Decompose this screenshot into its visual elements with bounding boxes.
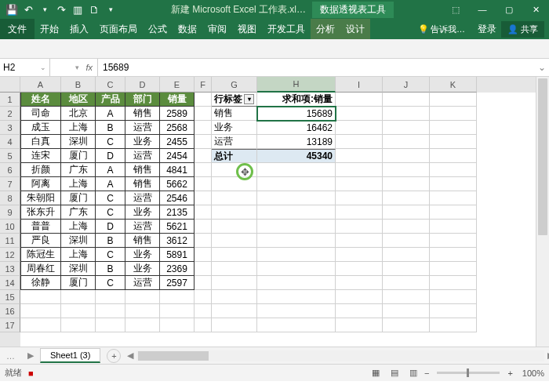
cell[interactable] [336, 93, 383, 107]
cell[interactable] [336, 149, 383, 163]
col-header-A[interactable]: A [20, 77, 61, 93]
cell[interactable]: 13189 [257, 135, 336, 149]
cell[interactable] [430, 262, 477, 276]
cell[interactable]: A [96, 107, 125, 121]
cell[interactable] [212, 191, 257, 205]
row-header-3[interactable]: 3 [0, 121, 20, 135]
cell[interactable] [96, 290, 125, 304]
row-header-4[interactable]: 4 [0, 135, 20, 149]
cell[interactable]: 深圳 [61, 262, 96, 276]
row-header-15[interactable]: 15 [0, 290, 20, 304]
cell[interactable] [257, 248, 336, 262]
cell[interactable]: 销售 [212, 107, 257, 121]
cell[interactable]: 运营 [125, 220, 160, 234]
col-header-J[interactable]: J [383, 77, 430, 93]
cell[interactable] [383, 262, 430, 276]
cell[interactable] [212, 248, 257, 262]
cell[interactable] [383, 177, 430, 191]
tell-me[interactable]: 💡告诉我… [418, 24, 465, 35]
zoom-level[interactable]: 100% [522, 368, 544, 378]
cell[interactable] [125, 290, 160, 304]
cell[interactable] [336, 163, 383, 177]
cell[interactable] [257, 234, 336, 248]
cell[interactable]: 深圳 [61, 135, 96, 149]
undo-icon[interactable]: ↶ [21, 2, 35, 16]
cell[interactable] [212, 290, 257, 304]
cell[interactable] [383, 290, 430, 304]
cell[interactable]: 折颜 [20, 163, 61, 177]
tab-analyze[interactable]: 分析 [311, 19, 340, 39]
cell[interactable]: 上海 [61, 220, 96, 234]
cell[interactable]: 5621 [160, 220, 195, 234]
cell[interactable] [195, 107, 212, 121]
cell[interactable]: C [96, 248, 125, 262]
cell[interactable]: C [96, 191, 125, 205]
cell[interactable] [257, 191, 336, 205]
col-header-K[interactable]: K [430, 77, 477, 93]
row-header-13[interactable]: 13 [0, 262, 20, 276]
cell[interactable] [336, 290, 383, 304]
cell[interactable]: 业务 [125, 205, 160, 220]
row-header-6[interactable]: 6 [0, 163, 20, 177]
cell[interactable] [20, 290, 61, 304]
cell[interactable]: 上海 [61, 121, 96, 135]
cell[interactable] [430, 220, 477, 234]
cell[interactable]: 业务 [125, 135, 160, 149]
cell[interactable] [125, 304, 160, 318]
cell[interactable]: 广东 [61, 163, 96, 177]
cell[interactable]: 2597 [160, 276, 195, 290]
row-header-8[interactable]: 8 [0, 191, 20, 205]
cell[interactable] [336, 107, 383, 121]
cell[interactable]: 广东 [61, 205, 96, 220]
row-header-1[interactable]: 1 [0, 93, 20, 107]
cell[interactable] [195, 191, 212, 205]
cell[interactable] [383, 220, 430, 234]
cell[interactable] [430, 107, 477, 121]
vertical-scroll-thumb[interactable] [538, 78, 547, 235]
col-header-F[interactable]: F [195, 77, 212, 93]
sheet-tab-active[interactable]: Sheet1 (3) [40, 348, 100, 363]
cell[interactable]: B [96, 121, 125, 135]
col-header-H[interactable]: H [257, 77, 336, 93]
cell[interactable]: B [96, 262, 125, 276]
qat-dropdown-icon[interactable]: ▾ [104, 2, 118, 16]
cell[interactable]: 成玉 [20, 121, 61, 135]
cell[interactable] [195, 93, 212, 107]
tab-design[interactable]: 设计 [340, 19, 370, 39]
cell[interactable]: 销售 [125, 177, 160, 191]
cell[interactable] [257, 220, 336, 234]
cell[interactable]: 45340 [257, 149, 336, 163]
cell[interactable] [160, 318, 195, 332]
cell[interactable] [125, 318, 160, 332]
cell[interactable]: 张东升 [20, 205, 61, 220]
cell[interactable]: 销量 [160, 93, 195, 107]
tab-review[interactable]: 审阅 [202, 19, 232, 39]
cell[interactable]: 徐静 [20, 276, 61, 290]
formula-input[interactable]: 15689 [97, 59, 535, 76]
cell[interactable] [336, 205, 383, 220]
cell[interactable] [430, 304, 477, 318]
cell[interactable]: 阿离 [20, 177, 61, 191]
cell[interactable] [61, 318, 96, 332]
cell[interactable] [61, 304, 96, 318]
zoom-slider[interactable] [437, 372, 500, 374]
cell[interactable] [20, 318, 61, 332]
cell[interactable] [257, 276, 336, 290]
cell[interactable] [212, 304, 257, 318]
select-all-corner[interactable] [0, 77, 20, 93]
cell[interactable]: 2455 [160, 135, 195, 149]
cell[interactable] [212, 220, 257, 234]
cell[interactable] [430, 163, 477, 177]
tab-page-layout[interactable]: 页面布局 [94, 19, 143, 39]
cell[interactable]: 运营 [125, 276, 160, 290]
fx-icon[interactable]: fx [85, 63, 93, 72]
cell[interactable] [195, 248, 212, 262]
cell[interactable] [383, 121, 430, 135]
tab-data[interactable]: 数据 [173, 19, 202, 39]
cell[interactable]: 2589 [160, 107, 195, 121]
cell[interactable] [336, 220, 383, 234]
cell[interactable]: 周春红 [20, 262, 61, 276]
cell[interactable]: 运营 [125, 191, 160, 205]
tab-developer[interactable]: 开发工具 [262, 19, 311, 39]
cell[interactable]: 5662 [160, 177, 195, 191]
